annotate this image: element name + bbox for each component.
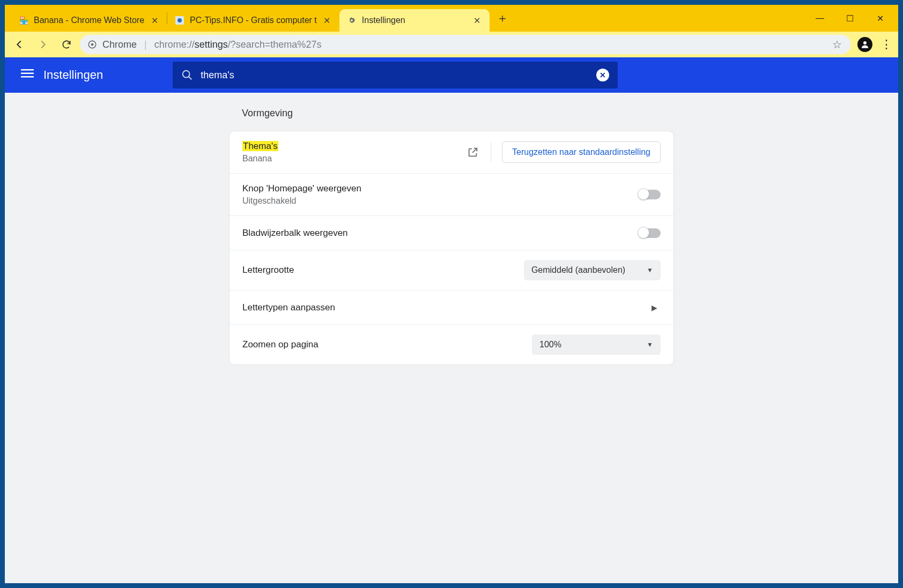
svg-rect-7 — [21, 76, 34, 78]
svg-point-4 — [863, 41, 867, 44]
star-icon[interactable]: ☆ — [831, 38, 843, 51]
section-title: Vormgeving — [242, 108, 674, 119]
omnibox[interactable]: Chrome | chrome://settings/?search=thema… — [80, 35, 851, 54]
close-icon[interactable]: ✕ — [472, 16, 482, 25]
svg-rect-6 — [21, 73, 34, 75]
maximize-button[interactable]: ☐ — [835, 8, 865, 29]
chevron-right-icon: ▶ — [652, 303, 661, 312]
svg-point-8 — [183, 71, 190, 78]
svg-point-1 — [177, 18, 182, 23]
tab-title: Banana - Chrome Web Store — [34, 16, 144, 25]
row-label: Lettergrootte — [242, 265, 524, 276]
row-label: Bladwijzerbalk weergeven — [242, 228, 638, 239]
hamburger-icon[interactable] — [21, 67, 34, 83]
tab-settings[interactable]: Instellingen ✕ — [339, 9, 490, 32]
row-label: Thema's — [242, 141, 466, 152]
url-separator: | — [142, 39, 149, 50]
chevron-down-icon: ▼ — [647, 341, 653, 348]
svg-rect-5 — [21, 69, 34, 71]
gear-icon — [347, 16, 357, 25]
tab-strip: 🏪 Banana - Chrome Web Store ✕ PC-Tips.IN… — [5, 5, 898, 32]
font-size-select[interactable]: Gemiddeld (aanbevolen) ▼ — [524, 260, 661, 280]
favicon-banana: 🏪 — [19, 16, 28, 25]
row-page-zoom: Zoomen op pagina 100% ▼ — [230, 324, 673, 364]
address-bar: Chrome | chrome://settings/?search=thema… — [5, 32, 898, 57]
back-button[interactable] — [9, 34, 29, 55]
chrome-icon — [87, 40, 97, 49]
tab-pctips[interactable]: PC-Tips.INFO - Gratis computer t ✕ — [167, 9, 339, 32]
row-homepage-button: Knop 'Homepage' weergeven Uitgeschakeld — [230, 173, 673, 215]
close-window-button[interactable]: ✕ — [865, 8, 895, 29]
homepage-toggle[interactable] — [638, 190, 661, 199]
row-bookmarks-bar: Bladwijzerbalk weergeven — [230, 215, 673, 250]
settings-toolbar: Instellingen ✕ — [5, 57, 898, 93]
divider — [491, 143, 491, 162]
search-icon — [181, 69, 193, 81]
select-value: Gemiddeld (aanbevolen) — [531, 265, 625, 275]
url-origin-label: Chrome — [102, 39, 137, 50]
svg-point-3 — [91, 43, 94, 46]
reload-button[interactable] — [56, 34, 77, 55]
row-font-size: Lettergrootte Gemiddeld (aanbevolen) ▼ — [230, 250, 673, 290]
row-themes[interactable]: Thema's Banana Terugzetten naar standaar… — [230, 131, 673, 173]
chevron-down-icon: ▼ — [647, 266, 653, 274]
external-link-icon — [466, 145, 480, 159]
profile-button[interactable] — [857, 37, 872, 52]
tab-title: PC-Tips.INFO - Gratis computer t — [190, 16, 317, 25]
page-title: Instellingen — [43, 68, 103, 82]
settings-search[interactable]: ✕ — [173, 62, 618, 88]
bookmarks-toggle[interactable] — [638, 228, 661, 238]
url-text: chrome://settings/?search=thema%27s — [154, 39, 322, 50]
menu-button[interactable]: ⋮ — [879, 38, 894, 51]
appearance-card: Thema's Banana Terugzetten naar standaar… — [229, 131, 674, 365]
row-customize-fonts[interactable]: Lettertypen aanpassen ▶ — [230, 290, 673, 324]
select-value: 100% — [539, 340, 561, 349]
minimize-button[interactable]: — — [805, 8, 835, 29]
close-icon[interactable]: ✕ — [322, 16, 332, 25]
forward-button[interactable] — [33, 34, 53, 55]
clear-search-button[interactable]: ✕ — [596, 69, 609, 81]
new-tab-button[interactable]: ＋ — [493, 9, 512, 28]
page-zoom-select[interactable]: 100% ▼ — [532, 334, 661, 355]
settings-content: Vormgeving Thema's Banana Terugzetten na… — [5, 93, 898, 583]
row-label: Knop 'Homepage' weergeven — [242, 183, 638, 194]
row-sublabel: Uitgeschakeld — [242, 196, 638, 206]
favicon-pctips — [175, 16, 184, 25]
reset-theme-button[interactable]: Terugzetten naar standaardinstelling — [502, 142, 661, 163]
row-sublabel: Banana — [242, 154, 466, 163]
close-icon[interactable]: ✕ — [150, 16, 159, 25]
tab-title: Instellingen — [362, 16, 467, 25]
row-label: Zoomen op pagina — [242, 339, 532, 350]
row-label: Lettertypen aanpassen — [242, 302, 652, 313]
settings-search-input[interactable] — [201, 70, 589, 81]
tab-banana[interactable]: 🏪 Banana - Chrome Web Store ✕ — [11, 9, 167, 32]
